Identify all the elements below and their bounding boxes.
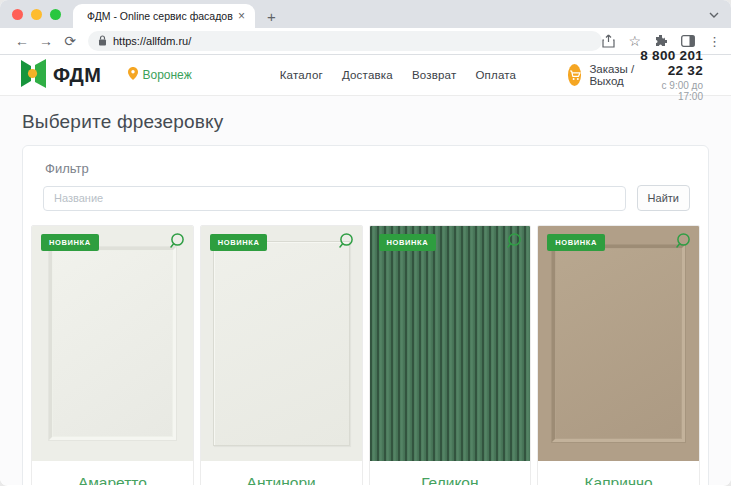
phone-number: 8 800 201 22 32 [639, 48, 703, 78]
toolbar-right-icons: ☆ ⋮ [602, 34, 721, 48]
city-label: Воронеж [142, 68, 191, 82]
product-name[interactable]: Антинори [201, 461, 362, 485]
address-bar[interactable]: https://allfdm.ru/ [88, 31, 602, 51]
maximize-window-button[interactable] [50, 9, 61, 20]
reload-icon[interactable]: ⟳ [58, 34, 82, 48]
cart-icon[interactable] [568, 64, 581, 86]
main-navigation: Каталог Доставка Возврат Оплата [280, 69, 517, 81]
page-content: Выберите фрезеровку Фильтр Найти НОВИНКА… [0, 96, 731, 485]
product-name[interactable]: Геликон [370, 461, 531, 485]
filter-label: Фильтр [23, 146, 708, 176]
tab-strip: ФДМ - Online сервис фасадов × + [0, 0, 731, 28]
tab-close-icon[interactable]: × [236, 9, 247, 23]
product-card[interactable]: НОВИНКА Каприччо [537, 225, 700, 485]
name-filter-input[interactable] [43, 186, 626, 211]
browser-toolbar: ← → ⟳ https://allfdm.ru/ ☆ ⋮ [0, 28, 731, 55]
bookmark-star-icon[interactable]: ☆ [628, 34, 641, 48]
new-badge: НОВИНКА [41, 234, 99, 251]
browser-menu-icon[interactable]: ⋮ [708, 35, 721, 48]
product-name[interactable]: Каприччо [538, 461, 699, 485]
magnifier-icon[interactable] [674, 232, 692, 254]
filter-row: Найти [23, 176, 708, 211]
working-hours: с 9:00 до 17:00 [639, 80, 703, 102]
catalog-panel: Фильтр Найти НОВИНКА Амаретто НОВИНКА Ан… [22, 145, 709, 485]
url-text: https://allfdm.ru/ [113, 35, 191, 47]
product-name[interactable]: Амаретто [32, 461, 193, 485]
product-image[interactable]: НОВИНКА [32, 226, 193, 461]
orders-logout[interactable]: Заказы / Выход [568, 63, 639, 87]
active-tab[interactable]: ФДМ - Online сервис фасадов × [73, 4, 255, 28]
location-pin-icon [128, 66, 138, 84]
browser-window: ФДМ - Online сервис фасадов × + ← → ⟳ ht… [0, 0, 731, 486]
new-badge: НОВИНКА [547, 234, 605, 251]
close-window-button[interactable] [12, 9, 23, 20]
page-title: Выберите фрезеровку [22, 111, 709, 133]
product-card[interactable]: НОВИНКА Геликон [369, 225, 532, 485]
nav-returns[interactable]: Возврат [412, 69, 457, 81]
magnifier-icon[interactable] [337, 232, 355, 254]
logo-text: ФДМ [53, 64, 101, 87]
door-panel-texture [552, 245, 685, 442]
side-panel-icon[interactable] [681, 35, 695, 47]
window-controls [0, 0, 73, 28]
site-logo[interactable]: ФДМ [20, 59, 101, 92]
lock-icon [98, 32, 107, 50]
product-image[interactable]: НОВИНКА [538, 226, 699, 461]
product-image[interactable]: НОВИНКА [370, 226, 531, 461]
product-image[interactable]: НОВИНКА [201, 226, 362, 461]
minimize-window-button[interactable] [31, 9, 42, 20]
tab-list-chevron-icon[interactable] [709, 4, 719, 22]
city-selector[interactable]: Воронеж [128, 66, 191, 84]
product-card[interactable]: НОВИНКА Амаретто [31, 225, 194, 485]
site-header: ФДМ Воронеж Каталог Доставка Возврат Опл… [0, 55, 731, 96]
magnifier-icon[interactable] [505, 232, 523, 254]
new-badge: НОВИНКА [210, 234, 268, 251]
new-tab-button[interactable]: + [267, 9, 276, 24]
product-card[interactable]: НОВИНКА Антинори [200, 225, 363, 485]
fdm-logo-icon [20, 59, 47, 92]
tab-title: ФДМ - Online сервис фасадов [87, 10, 236, 22]
orders-logout-label: Заказы / Выход [589, 63, 638, 87]
back-icon[interactable]: ← [10, 34, 34, 48]
nav-catalog[interactable]: Каталог [280, 69, 323, 81]
extensions-puzzle-icon[interactable] [654, 34, 668, 48]
product-grid: НОВИНКА Амаретто НОВИНКА Антинори НОВИНК… [23, 211, 708, 485]
forward-icon[interactable]: → [34, 34, 58, 48]
door-panel-texture [49, 247, 176, 440]
search-button[interactable]: Найти [637, 185, 690, 211]
new-badge: НОВИНКА [379, 234, 437, 251]
share-icon[interactable] [602, 34, 615, 48]
contact-phone-block: 8 800 201 22 32 с 9:00 до 17:00 [639, 48, 703, 102]
nav-payment[interactable]: Оплата [475, 69, 516, 81]
door-panel-texture [213, 241, 350, 446]
nav-delivery[interactable]: Доставка [342, 69, 393, 81]
magnifier-icon[interactable] [168, 232, 186, 254]
